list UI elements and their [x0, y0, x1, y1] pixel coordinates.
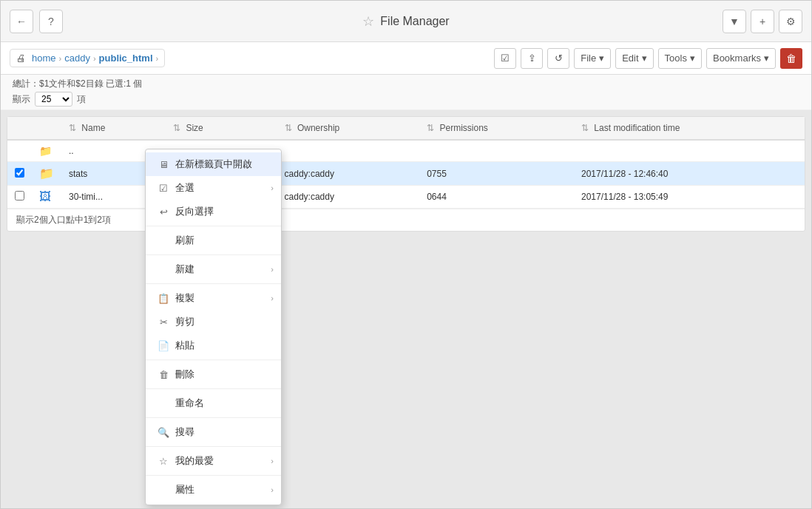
- filter-button[interactable]: ▼: [723, 10, 746, 33]
- toolbar: 🖨 home › caddy › public_html › ☑ ⇪ ↺ Fil…: [1, 42, 811, 75]
- edit-menu[interactable]: Edit ▾: [615, 48, 653, 69]
- menu-item-rename[interactable]: 重命名: [146, 391, 281, 415]
- menu-item-arrow-favorites: ›: [271, 456, 274, 465]
- menu-item-label-properties: 屬性: [175, 483, 194, 496]
- menu-item-cut[interactable]: ✂剪切: [146, 310, 281, 334]
- back-button[interactable]: ←: [10, 10, 33, 33]
- tools-menu-arrow: ▾: [690, 53, 695, 64]
- row-lastmod-cell: 2017/11/28 - 13:05:49: [574, 186, 805, 209]
- row-checkbox[interactable]: [15, 168, 24, 178]
- col-lastmod-header[interactable]: ⇅ Last modification time: [574, 117, 805, 140]
- menu-divider: [146, 283, 281, 284]
- menu-item-copy[interactable]: 📋複製›: [146, 286, 281, 310]
- menu-item-refresh[interactable]: 刷新: [146, 229, 281, 252]
- table-row[interactable]: 🖼 30-timi... 111.02 kB caddy:caddy 0644 …: [7, 186, 805, 209]
- menu-item-label-favorites: 我的最愛: [175, 454, 214, 468]
- menu-item-select-all[interactable]: ☑全選›: [146, 176, 281, 200]
- summary-text: 總計：$1文件和$2目錄 已選:1 個: [13, 78, 142, 89]
- menu-divider: [146, 446, 281, 447]
- menu-item-label-invert-selection: 反向選擇: [175, 205, 214, 218]
- menu-item-favorites[interactable]: ☆我的最愛›: [146, 449, 281, 473]
- menu-item-search[interactable]: 🔍搜尋: [146, 420, 281, 444]
- name-sort-icon: ⇅: [69, 123, 76, 133]
- col-size-label: Size: [186, 123, 203, 133]
- star-icon[interactable]: ☆: [362, 13, 374, 30]
- title-bar: ← ? ☆ File Manager ▼ + ⚙: [1, 1, 811, 42]
- menu-item-delete[interactable]: 🗑刪除: [146, 363, 281, 386]
- menu-item-icon-favorites: ☆: [158, 456, 169, 467]
- menu-item-label-select-all: 全選: [175, 181, 194, 195]
- breadcrumb-home[interactable]: home: [32, 53, 56, 64]
- folder-icon: 📁: [39, 167, 54, 180]
- col-size-header[interactable]: ⇅ Size: [166, 117, 277, 140]
- tools-menu[interactable]: Tools ▾: [658, 48, 702, 69]
- edit-menu-arrow: ▾: [642, 53, 647, 64]
- row-ownership-cell: caddy:caddy: [277, 162, 420, 186]
- settings-button[interactable]: ⚙: [779, 10, 802, 33]
- row-lastmod-cell: [574, 140, 805, 162]
- menu-item-paste[interactable]: 📄粘貼: [146, 334, 281, 357]
- file-icon: 🖼: [39, 190, 51, 203]
- title-bar-title: ☆ File Manager: [362, 13, 449, 30]
- ownership-sort-icon: ⇅: [285, 123, 292, 133]
- edit-menu-label: Edit: [622, 53, 638, 64]
- menu-item-label-rename: 重命名: [175, 397, 204, 410]
- updir-icon: 📁: [39, 145, 52, 157]
- menu-item-new[interactable]: 新建›: [146, 257, 281, 281]
- row-permissions-cell: 0644: [419, 186, 574, 209]
- bookmarks-menu[interactable]: Bookmarks ▾: [706, 48, 776, 69]
- table-row[interactable]: 📁 stats caddy:caddy 0755 2017/11/28 - 12…: [7, 162, 805, 186]
- file-table-container: ⇅ Name ⇅ Size ⇅ Ownership ⇅: [7, 116, 805, 232]
- col-lastmod-label: Last modification time: [594, 123, 680, 133]
- tools-menu-label: Tools: [665, 53, 687, 64]
- menu-item-properties[interactable]: 屬性›: [146, 478, 281, 502]
- file-menu-label: File: [581, 53, 596, 64]
- select-button[interactable]: ☑: [494, 48, 516, 69]
- title-bar-left: ← ?: [10, 10, 63, 33]
- menu-item-label-delete: 刪除: [175, 368, 194, 381]
- menu-item-icon-cut: ✂: [158, 317, 169, 328]
- app-title: File Manager: [380, 15, 449, 28]
- row-icon-cell: 🖼: [32, 186, 61, 209]
- menu-item-open-new-tab[interactable]: 🖥在新標籤頁中開啟: [146, 152, 281, 176]
- menu-divider: [146, 254, 281, 255]
- menu-divider: [146, 360, 281, 360]
- row-checkbox-cell[interactable]: [7, 162, 32, 186]
- row-icon-cell: 📁: [32, 140, 61, 162]
- add-button[interactable]: +: [751, 10, 774, 33]
- col-permissions-header[interactable]: ⇅ Permissions: [419, 117, 574, 140]
- menu-item-icon-select-all: ☑: [158, 183, 169, 194]
- menu-divider: [146, 226, 281, 226]
- lastmod-sort-icon: ⇅: [581, 123, 589, 133]
- menu-item-label-copy: 複製: [175, 291, 194, 305]
- file-menu-arrow: ▾: [599, 53, 604, 64]
- row-checkbox-cell: [7, 140, 32, 162]
- items-per-page-select[interactable]: 25 50 100: [35, 92, 72, 107]
- menu-item-label-cut: 剪切: [175, 315, 194, 328]
- file-menu[interactable]: File ▾: [574, 48, 611, 69]
- breadcrumb-sep1: ›: [59, 54, 62, 63]
- breadcrumb-caddy[interactable]: caddy: [64, 53, 90, 64]
- delete-button[interactable]: 🗑: [780, 48, 802, 69]
- file-manager-window: ← ? ☆ File Manager ▼ + ⚙ 🖨 home › caddy …: [0, 0, 812, 509]
- col-ownership-header[interactable]: ⇅ Ownership: [277, 117, 420, 140]
- refresh-button[interactable]: ↺: [547, 48, 569, 69]
- breadcrumb: 🖨 home › caddy › public_html ›: [10, 49, 165, 67]
- row-checkbox[interactable]: [15, 191, 24, 200]
- menu-item-icon-invert-selection: ↩: [158, 206, 169, 218]
- help-button[interactable]: ?: [39, 10, 63, 33]
- menu-item-arrow-select-all: ›: [271, 183, 274, 192]
- col-name-header[interactable]: ⇅ Name: [61, 117, 166, 140]
- title-bar-right: ▼ + ⚙: [723, 10, 802, 33]
- breadcrumb-public-html[interactable]: public_html: [99, 53, 153, 64]
- menu-item-arrow-copy: ›: [271, 294, 274, 303]
- menu-item-icon-copy: 📋: [158, 293, 169, 304]
- permissions-sort-icon: ⇅: [427, 123, 434, 133]
- table-row[interactable]: 📁 ..: [7, 140, 805, 162]
- row-checkbox-cell[interactable]: [7, 186, 32, 209]
- row-permissions-cell: 0755: [419, 162, 574, 186]
- menu-item-label-search: 搜尋: [175, 425, 194, 439]
- menu-item-invert-selection[interactable]: ↩反向選擇: [146, 200, 281, 223]
- share-button[interactable]: ⇪: [521, 48, 543, 69]
- col-name-label: Name: [81, 123, 105, 133]
